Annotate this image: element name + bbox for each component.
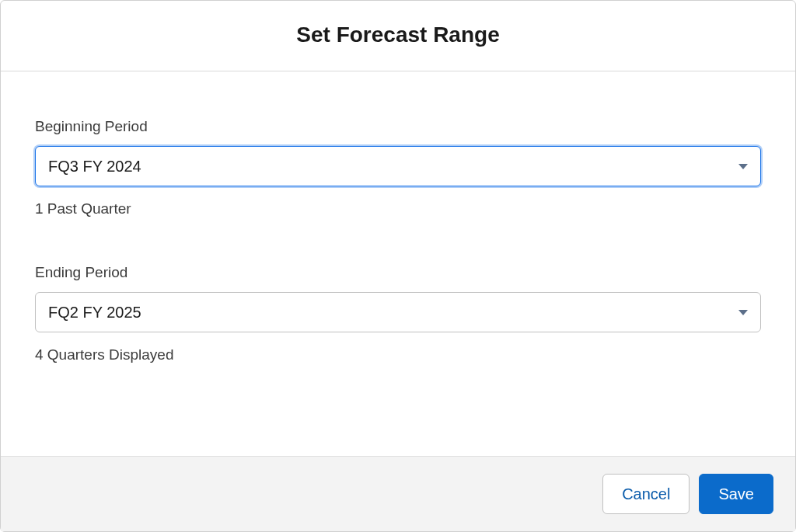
chevron-down-icon: [738, 164, 748, 169]
ending-period-select[interactable]: FQ2 FY 2025: [35, 292, 761, 332]
modal-body: Beginning Period FQ3 FY 2024 1 Past Quar…: [1, 71, 795, 456]
cancel-button[interactable]: Cancel: [602, 474, 690, 514]
chevron-down-icon: [738, 310, 748, 315]
ending-period-value: FQ2 FY 2025: [48, 304, 141, 322]
forecast-range-modal: Set Forecast Range Beginning Period FQ3 …: [0, 0, 796, 532]
modal-footer: Cancel Save: [1, 456, 795, 531]
beginning-period-label: Beginning Period: [35, 118, 761, 135]
beginning-period-group: Beginning Period FQ3 FY 2024 1 Past Quar…: [35, 118, 761, 217]
beginning-period-hint: 1 Past Quarter: [35, 200, 761, 217]
ending-period-hint: 4 Quarters Displayed: [35, 346, 761, 363]
beginning-period-select-wrapper: FQ3 FY 2024: [35, 146, 761, 186]
ending-period-group: Ending Period FQ2 FY 2025 4 Quarters Dis…: [35, 264, 761, 363]
ending-period-label: Ending Period: [35, 264, 761, 281]
beginning-period-value: FQ3 FY 2024: [48, 158, 141, 176]
modal-header: Set Forecast Range: [1, 1, 795, 71]
save-button[interactable]: Save: [699, 474, 773, 514]
beginning-period-select[interactable]: FQ3 FY 2024: [35, 146, 761, 186]
ending-period-select-wrapper: FQ2 FY 2025: [35, 292, 761, 332]
modal-title: Set Forecast Range: [16, 23, 780, 47]
